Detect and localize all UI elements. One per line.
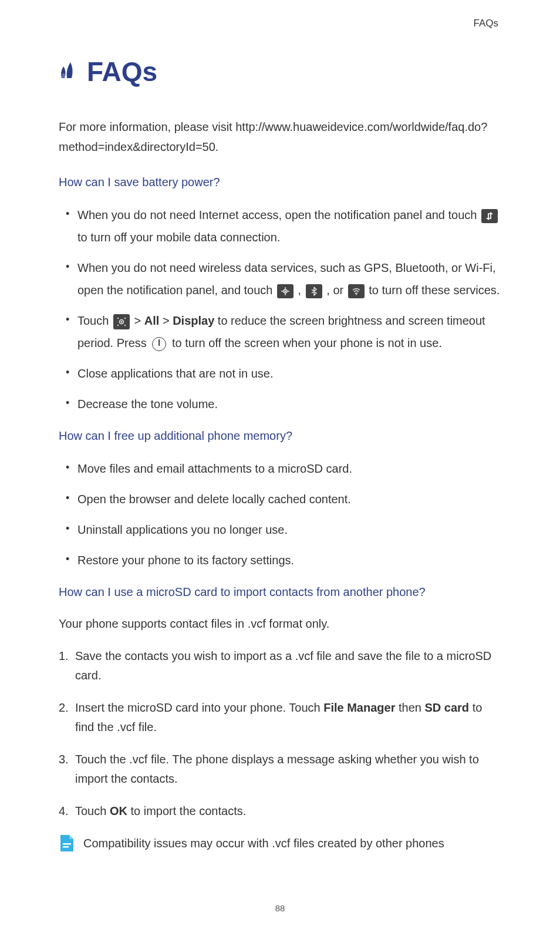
text-fragment: Touch	[75, 804, 110, 817]
svg-rect-10	[63, 843, 71, 845]
step-number: 2.	[59, 698, 69, 718]
text-fragment: Touch the .vcf file. The phone displays …	[75, 753, 479, 785]
contacts-intro: Your phone supports contact files in .vc…	[59, 614, 504, 634]
text-fragment: to turn off these services.	[369, 284, 500, 297]
power-button-icon	[152, 337, 166, 351]
list-item: 4. Touch OK to import the contacts.	[59, 802, 504, 821]
svg-point-5	[120, 321, 122, 322]
question-battery: How can I save battery power?	[59, 173, 504, 191]
text-fragment: , or	[326, 284, 346, 297]
list-item: Touch > All > Display to reduce the scre…	[66, 309, 504, 354]
note-row: Compatibility issues may occur with .vcf…	[59, 834, 504, 853]
text-fragment: Insert the microSD card into your phone.…	[75, 701, 323, 714]
svg-rect-11	[63, 846, 69, 848]
text-fragment: Touch	[77, 314, 112, 327]
list-item: When you do not need wireless data servi…	[66, 257, 504, 301]
text-fragment: >	[163, 314, 173, 327]
svg-rect-7	[124, 318, 126, 319]
step-number: 1.	[59, 646, 69, 666]
question-import-contacts: How can I use a microSD card to import c…	[59, 583, 504, 601]
bold-ok: OK	[110, 804, 127, 817]
svg-rect-9	[124, 325, 126, 326]
list-item: Close applications that are not in use.	[66, 362, 504, 385]
list-item: Move files and email attachments to a mi…	[66, 457, 504, 480]
battery-tips-list: When you do not need Internet access, op…	[59, 204, 504, 415]
note-text: Compatibility issues may occur with .vcf…	[83, 834, 444, 853]
list-item: 3. Touch the .vcf file. The phone displa…	[59, 750, 504, 789]
text-fragment: ,	[298, 284, 305, 297]
list-item: 1. Save the contacts you wish to import …	[59, 646, 504, 685]
page-title: FAQs	[87, 56, 157, 87]
page-number: 88	[0, 903, 560, 913]
bold-display: Display	[173, 314, 214, 327]
step-number: 3.	[59, 750, 69, 769]
huawei-petal-icon	[59, 60, 80, 83]
page-content: FAQs FAQs For more information, please v…	[0, 0, 560, 870]
svg-point-0	[62, 73, 65, 78]
import-steps-list: 1. Save the contacts you wish to import …	[59, 646, 504, 821]
text-fragment: to turn off the screen when your phone i…	[172, 336, 442, 349]
bold-sd-card: SD card	[425, 701, 470, 714]
wifi-icon	[348, 284, 365, 298]
text-fragment: Save the contacts you wish to import as …	[75, 649, 491, 682]
list-item: Decrease the tone volume.	[66, 393, 504, 415]
bold-file-manager: File Manager	[323, 701, 395, 714]
list-item: Open the browser and delete locally cach…	[66, 488, 504, 510]
text-fragment: to turn off your mobile data connection.	[77, 231, 280, 244]
text-fragment: >	[134, 314, 144, 327]
question-memory: How can I free up additional phone memor…	[59, 427, 504, 445]
svg-rect-6	[117, 318, 119, 319]
text-fragment: then	[399, 701, 424, 714]
text-fragment: When you do not need Internet access, op…	[77, 208, 480, 221]
bold-all: All	[144, 314, 160, 327]
intro-paragraph: For more information, please visit http:…	[59, 117, 504, 157]
text-fragment: to import the contacts.	[131, 804, 247, 817]
settings-icon	[113, 314, 130, 329]
list-item: Uninstall applications you no longer use…	[66, 518, 504, 541]
gps-icon	[277, 284, 294, 298]
svg-point-2	[285, 290, 286, 292]
title-row: FAQs	[59, 56, 504, 87]
list-item: When you do not need Internet access, op…	[66, 204, 504, 248]
svg-rect-8	[117, 325, 119, 326]
svg-point-3	[356, 294, 357, 295]
list-item: Restore your phone to its factory settin…	[66, 549, 504, 571]
mobile-data-icon	[481, 209, 498, 223]
memory-tips-list: Move files and email attachments to a mi…	[59, 457, 504, 571]
note-document-icon	[59, 834, 75, 853]
bluetooth-icon	[306, 284, 322, 298]
list-item: 2. Insert the microSD card into your pho…	[59, 698, 504, 737]
step-number: 4.	[59, 802, 69, 821]
header-section-label: FAQs	[59, 18, 504, 29]
